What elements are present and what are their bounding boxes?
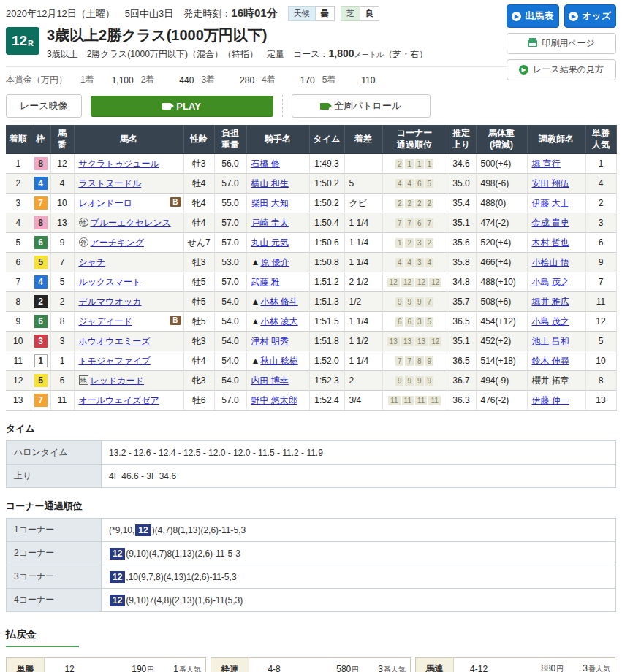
entry-table-label: 出馬表 [525, 9, 553, 23]
horse-link[interactable]: ホウオウエミーズ [79, 336, 151, 346]
finish-time: 1:50.4 [309, 213, 344, 233]
corner-order-cell: 2222 [382, 194, 447, 213]
jockey-link[interactable]: 柴田 大知 [251, 198, 289, 208]
odds-button[interactable]: ▶ オッズ [564, 4, 617, 28]
payout-popularity: 1番人気 [159, 658, 205, 672]
horse-link[interactable]: アーチキング [91, 237, 144, 248]
corner-position: 6 [415, 218, 424, 228]
bet-type-label: 馬連 [416, 658, 454, 672]
race-video-button[interactable]: レース映像 [6, 94, 82, 118]
horse-link[interactable]: ラストヌードル [79, 178, 142, 188]
guide-label: レース結果の見方 [533, 64, 604, 76]
finish-position: 8 [6, 292, 31, 312]
horse-number: 4 [50, 174, 74, 194]
payout-popularity: 3番人気 [568, 658, 615, 672]
jockey-link[interactable]: 小林 凌大 [260, 316, 297, 327]
trainer-link[interactable]: 小島 茂之 [532, 277, 569, 287]
trainer-link[interactable]: 堀井 雅広 [532, 297, 569, 307]
jockey-cell: 石橋 脩 [246, 154, 309, 174]
jockey-link[interactable]: 原 優介 [260, 257, 289, 267]
sex-age: 牡4 [183, 351, 214, 371]
trainer-link[interactable]: 小島 茂之 [532, 316, 569, 327]
corner-position: 9 [425, 356, 434, 366]
horse-name-cell: サクラトゥジュール [74, 154, 183, 174]
yen-suffix: 円 [556, 665, 564, 672]
jockey-link[interactable]: 横山 和生 [251, 178, 289, 188]
jockey-link[interactable]: 野中 悠太郎 [251, 395, 297, 405]
last-3f-time: 35.7 [447, 292, 476, 312]
column-header: 着順 [6, 125, 31, 154]
jockey-link[interactable]: 秋山 稔樹 [260, 356, 297, 366]
horse-weight: 508(+6) [476, 292, 527, 312]
prize-place: 4着 [262, 74, 276, 86]
jockey-cell: 横山 和生 [246, 174, 309, 194]
winner-highlight: 12 [110, 571, 125, 583]
corner-position: 2 [425, 199, 434, 208]
race-number: 12 [12, 33, 27, 49]
trainer-cell: 池上 昌和 [527, 332, 585, 351]
trainer-link[interactable]: 鈴木 伸尋 [532, 356, 569, 366]
corner-position: 7 [395, 218, 404, 228]
lap-time-row: ハロンタイム13.2 - 12.6 - 12.4 - 12.5 - 12.0 -… [7, 441, 616, 465]
patrol-video-button[interactable]: 全周パトロール [292, 94, 431, 118]
horse-link[interactable]: ジャディード [79, 316, 132, 327]
trainer-cell: 堀井 雅広 [527, 292, 585, 312]
win-popularity: 11 [585, 292, 616, 312]
prize-place: 1着 [80, 74, 94, 86]
horse-link[interactable]: シャチ [79, 257, 106, 267]
last-3f-time: 36.5 [447, 351, 476, 371]
sex-age: 牡5 [183, 272, 214, 292]
trainer-link[interactable]: 池上 昌和 [532, 336, 569, 346]
finish-time: 1:51.8 [309, 332, 344, 351]
horse-link[interactable]: レッドカード [91, 375, 144, 386]
horse-link[interactable]: サクラトゥジュール [79, 159, 159, 169]
jockey-link[interactable]: 石橋 脩 [251, 159, 280, 169]
corner-position: 9 [415, 376, 424, 386]
divider [282, 95, 283, 117]
jockey-link[interactable]: 丸山 元気 [251, 237, 289, 248]
row-value: 4F 46.6 - 3F 34.6 [102, 465, 616, 488]
column-header: 枠 [31, 125, 50, 154]
payout-combination: 12 [45, 658, 94, 672]
jockey-cell: 丸山 元気 [246, 233, 309, 253]
trainer-link[interactable]: 小桧山 悟 [532, 257, 569, 267]
payout-table-bracket-wide: 枠連4-8580円3番人気ワイド4-12300円3番人気10-12210円2番人… [211, 657, 411, 672]
last-3f-time: 36.7 [447, 371, 476, 391]
trainer-link[interactable]: 伊藤 大士 [532, 198, 569, 208]
horse-link[interactable]: ルックスマート [79, 277, 142, 287]
horse-weight: 514(+18) [476, 351, 527, 371]
entry-table-button[interactable]: ▶ 出馬表 [507, 4, 559, 28]
horse-link[interactable]: ブルーエクセレンス [91, 218, 171, 228]
corner-position: 2 [405, 199, 414, 208]
horse-link[interactable]: トモジャファイブ [79, 356, 151, 366]
trainer-link[interactable]: 堀 宣行 [532, 159, 561, 169]
result-row: 968Bジャディード牡554.0▲小林 凌大1:51.51 1/4663536.… [6, 312, 616, 332]
margin: 1 1/4 [344, 213, 382, 233]
jockey-link[interactable]: 戸崎 圭太 [251, 218, 289, 228]
horse-link[interactable]: レオンドーロ [79, 198, 132, 208]
horse-link[interactable]: デルマウオッカ [79, 297, 142, 307]
jockey-link[interactable]: 武藤 雅 [251, 277, 280, 287]
horse-link[interactable]: オールウェイズゼア [79, 395, 159, 405]
apprentice-mark: ▲ [251, 356, 260, 366]
jockey-link[interactable]: 内田 博幸 [251, 375, 289, 386]
jockey-cell: ▲小林 脩斗 [246, 292, 309, 312]
finish-position: 6 [6, 253, 31, 272]
last-3f-time: 35.1 [447, 332, 476, 351]
print-page-button[interactable]: 印刷用ページ [507, 33, 616, 54]
jockey-link[interactable]: 津村 明秀 [251, 336, 289, 346]
trainer-link[interactable]: 金成 貴史 [532, 218, 569, 228]
play-button[interactable]: PLAY [91, 96, 273, 117]
chevron-circle-icon: ▶ [569, 12, 578, 21]
jockey-link[interactable]: 小林 脩斗 [260, 297, 297, 307]
result-guide-button[interactable]: ▶ レース結果の見方 [507, 59, 616, 80]
win-popularity: 3 [585, 213, 616, 233]
trainer-link[interactable]: 木村 哲也 [532, 237, 569, 248]
trainer-link[interactable]: 安田 翔伍 [532, 178, 569, 188]
corner-order-value: 12,10(9,7,8)(4,13)1(2,6)-11-5,3 [102, 565, 616, 589]
patrol-label: 全周パトロール [334, 99, 401, 112]
corner-position: 2 [425, 238, 434, 248]
payout-title: 払戻金 [6, 628, 79, 647]
win-popularity: 9 [585, 253, 616, 272]
trainer-link[interactable]: 伊藤 伸一 [532, 395, 569, 405]
